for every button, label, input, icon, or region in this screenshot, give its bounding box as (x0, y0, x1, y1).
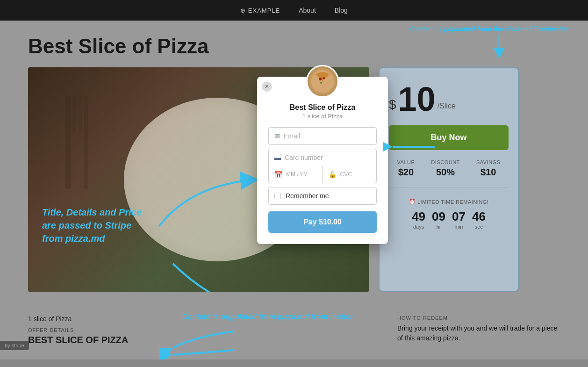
countdown-section: ⏰ LIMITED TIME REMAINING! 49 days 09 hr (389, 199, 509, 230)
main-content: Title, Details and Price are passed to S… (28, 67, 560, 292)
svg-rect-1 (65, 95, 71, 189)
countdown-seconds: 46 sec (472, 209, 486, 230)
lock-icon: 🔒 (329, 171, 337, 178)
discount-detail: DISCOUNT 50% (431, 159, 459, 178)
days-unit: days (412, 224, 425, 230)
svg-rect-2 (84, 95, 88, 189)
cvc-input-row: 🔒 (323, 166, 377, 183)
email-icon: ✉ (274, 132, 280, 140)
annotation-top-text: Content is populated from the pizza.md f… (410, 25, 569, 33)
countdown-numbers: 49 days 09 hr 07 min 46 (389, 209, 509, 230)
payment-modal: ✕ Best Slice of Piz (257, 77, 388, 244)
email-field-container: ✉ (268, 127, 377, 145)
cvc-input[interactable] (340, 171, 371, 178)
discount-amount: 50% (431, 167, 459, 178)
card-number-input[interactable] (285, 154, 371, 161)
hours-number: 09 (432, 209, 445, 224)
modal-close-button[interactable]: ✕ (262, 81, 272, 92)
svg-point-8 (320, 82, 322, 84)
card-icon: ▬ (274, 154, 281, 161)
seconds-number: 46 (472, 209, 486, 224)
offer-title: BEST SLICE OF PIZZA (28, 335, 369, 345)
svg-point-6 (319, 78, 322, 80)
navbar: ⊕ EXAMPLE About Blog (0, 0, 588, 21)
countdown-label: ⏰ LIMITED TIME REMAINING! (389, 199, 509, 205)
navbar-link-about[interactable]: About (299, 7, 316, 14)
stripe-badge: by stripe (0, 341, 29, 350)
card-expiry-cvc-row: 📅 🔒 (269, 166, 376, 183)
pay-button[interactable]: Pay $10.00 (268, 211, 377, 233)
bottom-right: HOW TO REDEEM Bring your receipt with yo… (397, 315, 560, 350)
price-unit: /Slice (437, 102, 456, 110)
value-amount: $20 (397, 167, 415, 178)
annotation-image-text: Title, Details and Price are passed to S… (42, 206, 142, 245)
svg-rect-3 (72, 95, 76, 133)
hours-unit: hr (432, 224, 445, 230)
price-currency: $ (389, 97, 396, 112)
email-input-row: ✉ (269, 128, 376, 144)
bottom-section: by stripe 1 slice of Pizza OFFER DETAILS… (0, 306, 588, 360)
card-field-container: ▬ 📅 🔒 (268, 149, 377, 183)
modal-container: ✕ Best Slice of Piz (257, 72, 388, 244)
clock-icon: ⏰ (409, 199, 416, 205)
expiry-input[interactable] (286, 171, 317, 178)
countdown-minutes: 07 min (452, 209, 466, 230)
offer-details-label: OFFER DETAILS (28, 327, 369, 333)
savings-detail: SAVINGS $10 (476, 159, 501, 178)
expiry-input-row: 📅 (269, 166, 323, 183)
countdown-hours: 09 hr (432, 209, 445, 230)
svg-rect-4 (79, 95, 82, 133)
card-input-row: ▬ (269, 149, 376, 166)
howto-label: HOW TO REDEEM (397, 315, 560, 321)
navbar-link-blog[interactable]: Blog (335, 7, 348, 14)
value-label: VALUE (397, 159, 415, 165)
minutes-unit: min (452, 224, 466, 230)
email-input[interactable] (284, 132, 371, 140)
page-wrapper: ⊕ EXAMPLE About Blog Content is populate… (0, 0, 588, 360)
page-body: Content is populated from the pizza.md f… (0, 21, 588, 306)
buy-now-button[interactable]: Buy Now (389, 125, 509, 150)
howto-text: Bring your receipt with you and we will … (397, 324, 560, 343)
modal-product-name: Best Slice of Pizza (268, 103, 377, 112)
modal-product-detail: 1 slice of Pizza (268, 113, 377, 120)
countdown-days: 49 days (412, 209, 425, 230)
price-amount: 10 (398, 82, 436, 116)
seconds-unit: sec (472, 224, 486, 230)
navbar-brand: ⊕ EXAMPLE (240, 7, 280, 14)
savings-amount: $10 (476, 167, 501, 178)
calendar-icon: 📅 (274, 171, 282, 178)
remember-field: Remember me (268, 187, 377, 205)
value-detail: VALUE $20 (397, 159, 415, 178)
days-number: 49 (412, 209, 425, 224)
bottom-left: 1 slice of Pizza OFFER DETAILS BEST SLIC… (28, 315, 369, 350)
remember-checkbox[interactable] (274, 193, 281, 199)
price-display: $ 10 /Slice (389, 82, 509, 116)
modal-avatar (306, 65, 339, 98)
discount-label: DISCOUNT (431, 159, 459, 165)
minutes-number: 07 (452, 209, 466, 224)
savings-label: SAVINGS (476, 159, 501, 165)
price-card: $ 10 /Slice Buy Now VALUE $20 DISCOUNT 5… (379, 67, 519, 292)
bottom-annotation-text: Content is populated from pizza.md front… (182, 313, 353, 321)
page-title: Best Slice of Pizza (28, 35, 560, 58)
price-details: VALUE $20 DISCOUNT 50% SAVINGS $10 (389, 159, 509, 187)
remember-label: Remember me (286, 192, 329, 200)
svg-point-7 (323, 77, 325, 79)
